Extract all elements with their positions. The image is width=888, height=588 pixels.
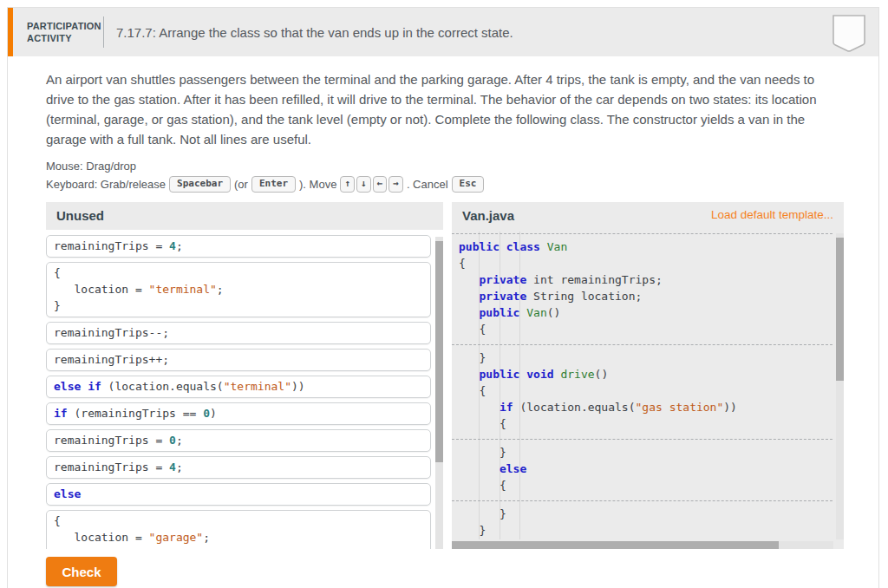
arrow-key-badges: ↑ ↓ ← → xyxy=(340,176,403,193)
completion-badge-icon xyxy=(832,15,866,56)
unused-code-block[interactable]: { location = "garage";} xyxy=(46,510,431,549)
vanjava-panel-header: Van.java Load default template... xyxy=(452,202,844,230)
code-line: else xyxy=(54,486,423,502)
unused-code-block[interactable]: remainingTrips = 4; xyxy=(46,456,431,479)
arrow-up-icon: ↑ xyxy=(340,176,355,193)
unused-code-block[interactable]: if (remainingTrips == 0) xyxy=(46,402,431,425)
unused-panel-title: Unused xyxy=(56,208,104,223)
code-line: { xyxy=(54,513,423,529)
unused-panel-header: Unused xyxy=(46,202,443,230)
arrow-right-icon: → xyxy=(388,176,403,193)
arrow-down-icon: ↓ xyxy=(356,176,371,193)
code-line: { xyxy=(459,382,826,399)
unused-code-block[interactable]: remainingTrips++; xyxy=(46,349,431,371)
unused-code-block[interactable]: remainingTrips = 4; xyxy=(46,235,431,258)
unused-code-block[interactable]: remainingTrips = 0; xyxy=(46,429,431,452)
code-line: if (location.equals("gas station")) xyxy=(459,399,826,415)
activity-card: PARTICIPATION ACTIVITY 7.17.7: Arrange t… xyxy=(7,7,879,588)
template-code-segment[interactable]: public class Van{ private int remainingT… xyxy=(452,233,832,344)
code-line: else xyxy=(459,461,826,477)
unused-panel-scrollbar[interactable] xyxy=(435,237,443,549)
vanjava-code-segments: public class Van{ private int remainingT… xyxy=(452,230,832,549)
unused-code-block[interactable]: { location = "terminal";} xyxy=(46,262,431,317)
participation-activity-header: PARTICIPATION ACTIVITY 7.17.7: Arrange t… xyxy=(8,8,878,56)
unused-blocks-area: remainingTrips = 4;{ location = "termina… xyxy=(46,235,443,549)
code-line: remainingTrips = 4; xyxy=(54,238,423,254)
accent-bar xyxy=(8,8,13,56)
unused-code-block[interactable]: else if (location.equals("terminal")) xyxy=(46,376,431,398)
cancel-text: . Cancel xyxy=(407,178,448,191)
code-line: { xyxy=(459,321,826,337)
code-line: } xyxy=(459,506,826,522)
vanjava-vertical-scrollbar[interactable] xyxy=(836,233,844,539)
vanjava-vertical-scrollbar-thumb[interactable] xyxy=(836,238,844,381)
code-line: { xyxy=(459,415,826,432)
code-line: remainingTrips++; xyxy=(54,351,423,368)
template-code-segment[interactable]: } else { xyxy=(452,439,832,500)
check-button[interactable]: Check xyxy=(46,557,117,586)
code-line: } xyxy=(54,546,423,549)
header-divider xyxy=(103,16,104,48)
code-line: if (remainingTrips == 0) xyxy=(54,405,423,421)
badge-line-2: ACTIVITY xyxy=(27,32,101,44)
code-line: } xyxy=(459,444,826,461)
code-line: public Van() xyxy=(459,304,826,321)
spacebar-key-badge: Spacebar xyxy=(169,176,231,193)
keyboard-instructions-prefix: Keyboard: Grab/release xyxy=(46,178,166,191)
move-text: ). Move xyxy=(299,178,336,191)
code-line: remainingTrips = 0; xyxy=(54,432,423,448)
mouse-instructions: Mouse: Drag/drop xyxy=(46,160,136,173)
code-line: location = "garage"; xyxy=(54,529,423,546)
code-line: location = "terminal"; xyxy=(54,281,423,297)
enter-key-badge: Enter xyxy=(251,176,296,193)
code-line: { xyxy=(459,477,826,493)
arrow-left-icon: ← xyxy=(373,176,388,193)
unused-code-block[interactable]: else xyxy=(46,483,431,506)
code-line: } xyxy=(459,350,826,366)
participation-activity-badge: PARTICIPATION ACTIVITY xyxy=(27,20,101,44)
code-line: else if (location.equals("terminal")) xyxy=(54,378,423,395)
code-line: } xyxy=(54,297,423,314)
vanjava-panel-title: Van.java xyxy=(462,208,514,223)
code-line: remainingTrips = 4; xyxy=(54,459,423,475)
code-line: private String location; xyxy=(459,288,826,304)
keyboard-instructions: Keyboard: Grab/release Spacebar (or Ente… xyxy=(46,176,484,193)
unused-panel: Unused remainingTrips = 4;{ location = "… xyxy=(46,202,443,549)
load-default-template-link[interactable]: Load default template... xyxy=(711,208,833,221)
badge-line-1: PARTICIPATION xyxy=(27,20,101,32)
activity-description: An airport van shuttles passengers betwe… xyxy=(46,69,842,149)
vanjava-horizontal-scrollbar[interactable] xyxy=(452,541,833,549)
code-line: } xyxy=(459,522,826,539)
code-line: { xyxy=(459,255,826,271)
activity-title: 7.17.7: Arrange the class so that the va… xyxy=(116,25,513,40)
code-line: { xyxy=(54,265,423,281)
code-line: remainingTrips--; xyxy=(54,324,423,341)
code-line: private int remainingTrips; xyxy=(459,271,826,288)
or-open-text: (or xyxy=(234,178,248,191)
unused-panel-scrollbar-thumb[interactable] xyxy=(435,241,443,462)
esc-key-badge: Esc xyxy=(452,176,485,193)
vanjava-code-area: public class Van{ private int remainingT… xyxy=(452,230,844,549)
unused-code-block[interactable]: remainingTrips--; xyxy=(46,322,431,344)
code-line: public class Van xyxy=(459,238,826,255)
code-line: public void drive() xyxy=(459,366,826,382)
template-code-segment[interactable]: } public void drive() { if (location.equ… xyxy=(452,344,832,439)
vanjava-horizontal-scrollbar-thumb[interactable] xyxy=(452,541,779,549)
vanjava-panel: Van.java Load default template... public… xyxy=(452,202,844,549)
